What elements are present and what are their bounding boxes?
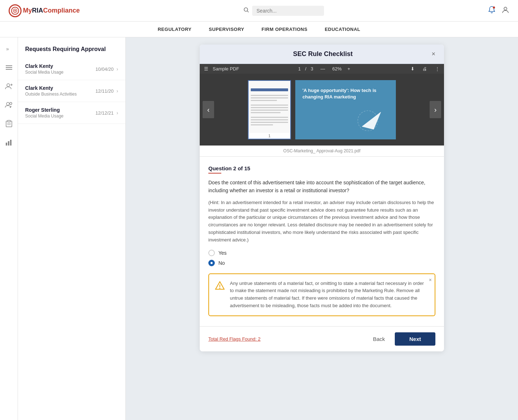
svg-point-6 — [504, 7, 507, 10]
card-footer: Total Red Flags Found: 2 Back Next — [200, 326, 444, 351]
header-icons — [488, 6, 509, 15]
request-name: Clark Kenty — [25, 63, 64, 69]
svg-rect-20 — [6, 143, 7, 146]
pdf-page-current: 1 — [298, 66, 301, 71]
pdf-viewer: ☰ Sample PDF 1 / 3 — 62% + ⬇ 🖨 ⋮ ‹ — [200, 64, 444, 156]
expand-icon[interactable]: » — [3, 43, 15, 55]
close-button[interactable]: × — [430, 50, 437, 58]
svg-point-5 — [493, 6, 495, 9]
svg-point-11 — [7, 84, 10, 87]
request-type: Social Media Usage — [25, 114, 64, 119]
main-content: » — [0, 37, 518, 420]
back-button[interactable]: Back — [367, 333, 390, 345]
pdf-name: Sample PDF — [213, 66, 239, 71]
svg-point-2 — [14, 10, 16, 11]
request-item[interactable]: Clark Kenty Outside Business Activities … — [18, 80, 125, 102]
list-icon[interactable] — [3, 62, 15, 73]
pdf-page-sep: / — [305, 66, 306, 71]
request-date: 12/11/20 — [96, 88, 114, 94]
pdf-print-icon[interactable]: 🖨 — [422, 66, 427, 71]
pdf-filename: OSC-Marketing_ Approval-Aug 2021.pdf — [200, 146, 444, 156]
requests-title: Requests Requiring Approval — [18, 46, 125, 58]
svg-text:»: » — [6, 46, 9, 52]
svg-point-27 — [219, 287, 221, 289]
answer-no-label: No — [218, 260, 225, 266]
paper-plane-icon — [356, 103, 385, 132]
svg-rect-22 — [10, 140, 11, 146]
request-type: Outside Business Activities — [25, 92, 77, 97]
pdf-menu-icon[interactable]: ☰ — [204, 66, 208, 71]
nav-regulatory[interactable]: REGULATORY — [158, 27, 191, 32]
next-button[interactable]: Next — [395, 332, 435, 346]
pdf-toolbar: ☰ Sample PDF 1 / 3 — 62% + ⬇ 🖨 ⋮ — [200, 64, 444, 74]
users-icon[interactable] — [3, 99, 15, 111]
pdf-content: ‹ — [200, 74, 444, 146]
warning-close-button[interactable]: × — [429, 277, 432, 283]
request-type: Social Media Usage — [25, 70, 64, 75]
content-area: SEC Rule Checklist × ☰ Sample PDF 1 / 3 … — [126, 37, 518, 420]
answer-options: Yes No — [208, 250, 435, 266]
checklist-title: SEC Rule Checklist — [216, 50, 430, 58]
chevron-right-icon: › — [116, 88, 118, 94]
checklist-header: SEC Rule Checklist × — [200, 45, 444, 64]
red-flags-link[interactable]: Total Red Flags Found: 2 — [208, 336, 260, 342]
chevron-right-icon: › — [116, 66, 118, 72]
nav-bar: REGULATORY SUPERVISORY FIRM OPERATIONS E… — [0, 22, 518, 37]
radio-yes[interactable] — [208, 250, 215, 256]
logo-icon — [9, 4, 22, 17]
pdf-article-preview: 'A huge opportunity': How tech is changi… — [295, 80, 396, 139]
svg-point-14 — [6, 102, 9, 105]
question-hint: (Hint: In an advertisement intended for … — [208, 199, 435, 244]
footer-actions: Back Next — [367, 332, 435, 346]
request-item[interactable]: Roger Sterling Social Media Usage 12/12/… — [18, 102, 125, 124]
chart-icon[interactable] — [3, 137, 15, 148]
sidebar-strip: » — [0, 37, 18, 420]
pdf-page-thumb[interactable]: 1 — [248, 80, 291, 139]
svg-line-4 — [248, 11, 249, 12]
nav-firm-operations[interactable]: FIRM OPERATIONS — [262, 27, 307, 32]
pdf-prev-button[interactable]: ‹ — [203, 101, 214, 118]
logo-text: MyRIACompliance — [23, 7, 80, 14]
warning-text: Any untrue statements of a material fact… — [230, 280, 429, 310]
pdf-page-total: 3 — [311, 66, 313, 71]
pdf-next-button[interactable]: › — [430, 101, 441, 118]
question-text: Does the content of this advertisement t… — [208, 179, 435, 195]
nav-educational[interactable]: EDUCATIONAL — [325, 27, 360, 32]
svg-rect-17 — [8, 120, 10, 122]
search-icon — [244, 7, 249, 14]
clipboard-icon[interactable] — [3, 118, 15, 129]
radio-no[interactable] — [208, 260, 215, 266]
pdf-article-text: 'A huge opportunity': How tech is changi… — [302, 87, 389, 100]
svg-rect-21 — [8, 141, 9, 146]
question-label: Question 2 of 15 — [208, 165, 435, 171]
add-user-icon[interactable] — [3, 80, 15, 92]
request-name: Roger Sterling — [25, 107, 64, 113]
nav-supervisory[interactable]: SUPERVISORY — [209, 27, 244, 32]
search-input[interactable] — [252, 6, 324, 16]
request-date: 12/12/21 — [96, 110, 114, 116]
chevron-right-icon: › — [116, 110, 118, 116]
warning-box: Any untrue statements of a material fact… — [208, 273, 435, 316]
pdf-pages-display: 1 'A huge opportunity': How tech is chan… — [200, 77, 444, 142]
request-item[interactable]: Clark Kenty Social Media Usage 10/04/20 … — [18, 58, 125, 80]
pdf-download-icon[interactable]: ⬇ — [411, 66, 415, 71]
pdf-more-icon[interactable]: ⋮ — [435, 66, 440, 71]
pdf-thumb-num: 1 — [249, 133, 290, 139]
header: MyRIACompliance — [0, 0, 518, 22]
answer-yes-label: Yes — [218, 250, 227, 256]
warning-icon — [215, 281, 225, 293]
question-section: Question 2 of 15 Does the content of thi… — [200, 156, 444, 326]
question-underline — [208, 173, 221, 174]
user-icon[interactable] — [501, 6, 509, 15]
answer-option-no[interactable]: No — [208, 260, 435, 266]
request-name: Clark Kenty — [25, 85, 77, 91]
request-date: 10/04/20 — [96, 66, 114, 72]
answer-option-yes[interactable]: Yes — [208, 250, 435, 256]
logo: MyRIACompliance — [9, 4, 80, 17]
notification-icon[interactable] — [488, 6, 496, 15]
header-center — [80, 6, 488, 16]
requests-panel: Requests Requiring Approval Clark Kenty … — [18, 37, 126, 420]
svg-point-15 — [10, 102, 12, 105]
checklist-card: SEC Rule Checklist × ☰ Sample PDF 1 / 3 … — [200, 45, 444, 351]
pdf-zoom: 62% — [332, 66, 342, 71]
